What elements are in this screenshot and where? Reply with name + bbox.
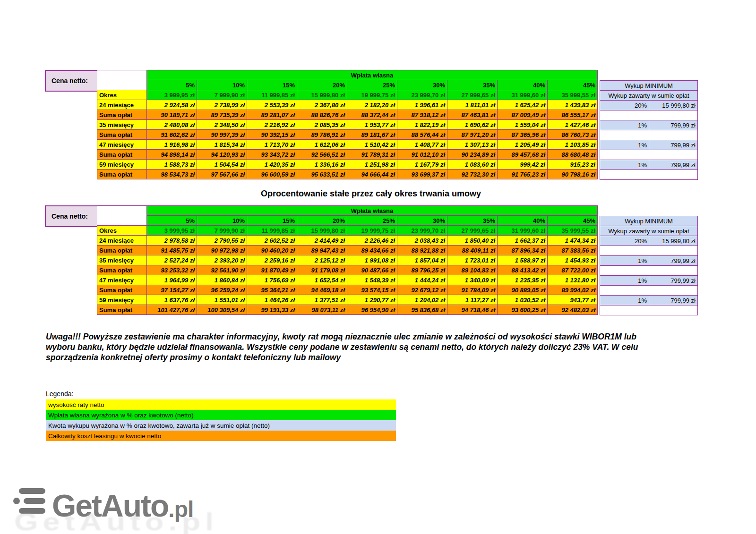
suma-oplat-cell: 96 259,24 zł (197, 285, 247, 295)
wplata-amount-cell: 35 999,55 zł (548, 90, 598, 100)
rata-cell: 1 444,24 zł (397, 275, 447, 285)
leasing-table-fixed-rate: Wpłata własna5%10%15%20%25%30%35%40%45%O… (97, 205, 598, 315)
rata-cell: 2 738,99 zł (197, 100, 247, 110)
okres-months-row-label: 47 miesięcy (97, 140, 147, 150)
suma-oplat-cell: 89 947,43 zł (297, 246, 347, 255)
percent-header-cell: 30% (397, 80, 447, 90)
wykup-empty-cell (649, 110, 698, 120)
wplata-amount-cell: 11 999,85 zł (247, 90, 297, 100)
wplata-amount-cell: 3 999,95 zł (147, 90, 197, 100)
wykup-subtitle: Wykup zawarty w sumie opłat (600, 91, 698, 101)
wykup-percent-cell: 1% (600, 296, 649, 305)
wykup-empty-cell (600, 170, 649, 180)
percent-header-cell: 25% (347, 80, 397, 90)
suma-oplat-cell: 86 555,17 zł (548, 110, 598, 120)
suma-oplat-cell: 91 789,31 zł (347, 150, 397, 160)
rata-cell: 2 226,46 zł (347, 236, 397, 246)
wplata-amount-cell: 23 999,70 zł (397, 90, 447, 100)
wykup-empty-cell (649, 150, 698, 160)
okres-row-label: Okres (97, 226, 147, 236)
rata-cell: 1 548,39 zł (347, 275, 397, 285)
rata-cell: 1 588,97 zł (498, 255, 548, 265)
rata-cell: 2 182,20 zł (347, 100, 397, 110)
wykup-empty-cell (600, 266, 649, 276)
rata-cell: 999,42 zł (498, 160, 548, 170)
watermark: GetAuto.pl (14, 508, 475, 534)
wplata-amount-cell: 35 999,55 zł (548, 226, 598, 236)
suma-oplat-cell: 96 954,90 zł (347, 305, 397, 315)
percent-header-cell: 20% (297, 80, 347, 90)
suma-oplat-cell: 94 718,46 zł (447, 305, 498, 315)
percent-header-cell: 35% (447, 216, 498, 226)
percent-header-cell: 25% (347, 216, 397, 226)
wplata-amount-cell: 11 999,85 zł (247, 226, 297, 236)
suma-oplat-cell: 95 836,68 zł (397, 305, 447, 315)
wykup-empty-cell (600, 150, 649, 160)
wplata-amount-cell: 19 999,75 zł (347, 226, 397, 236)
leasing-table-wibor: Wpłata własna5%10%15%20%25%30%35%40%45%O… (97, 70, 598, 179)
rata-cell: 1 857,04 zł (397, 255, 447, 265)
suma-oplat-cell: 90 997,39 zł (197, 130, 247, 140)
rata-cell: 1 117,27 zł (447, 295, 498, 305)
percent-header-cell: 15% (247, 80, 297, 90)
wykup-percent-cell: 1% (600, 160, 649, 170)
wplata-wlasna-header: Wpłata własna (147, 206, 598, 216)
suma-oplat-cell: 91 784,09 zł (447, 285, 498, 295)
note-line: sporządzenia konkretnej oferty prosimy o… (46, 352, 707, 363)
suma-oplat-cell: 94 666,44 zł (347, 170, 397, 179)
rata-cell: 1 996,61 zł (397, 100, 447, 110)
rata-cell: 1 991,08 zł (347, 255, 397, 265)
suma-oplat-cell: 87 971,20 zł (447, 130, 498, 140)
legend-item: Kwota wykupu wyrażona w % oraz kwotowo, … (46, 420, 396, 431)
rata-cell: 1 474,34 zł (548, 236, 598, 246)
percent-header-cell: 10% (197, 216, 247, 226)
suma-oplat-cell: 92 679,12 zł (397, 285, 447, 295)
rata-cell: 1 420,35 zł (247, 160, 297, 170)
wykup-empty-cell (649, 130, 698, 140)
wykup-amount-cell: 799,99 zł (649, 276, 698, 286)
percent-header-cell: 15% (247, 216, 297, 226)
rata-cell: 1 408,77 zł (397, 140, 447, 150)
wplata-amount-cell: 19 999,75 zł (347, 90, 397, 100)
rata-cell: 1 713,70 zł (247, 140, 297, 150)
rata-cell: 2 085,35 zł (297, 120, 347, 130)
suma-oplat-cell: 88 826,76 zł (297, 110, 347, 120)
wykup-percent-cell: 1% (600, 120, 649, 130)
suma-oplat-cell: 91 602,62 zł (147, 130, 197, 140)
rata-cell: 2 414,49 zł (297, 236, 347, 246)
rata-cell: 2 259,16 zł (247, 255, 297, 265)
wykup-minimum-header: Wykup MINIMUM (600, 216, 698, 226)
wykup-minimum-table: Wykup MINIMUMWykup zawarty w sumie opłat… (600, 80, 698, 180)
percent-header-cell: 10% (197, 80, 247, 90)
suma-oplat-cell: 90 460,20 zł (247, 246, 297, 255)
suma-oplat-row-label: Suma opłat (97, 110, 147, 120)
rata-cell: 1 251,98 zł (347, 160, 397, 170)
wykup-amount-cell: 799,99 zł (649, 296, 698, 305)
suma-oplat-cell: 87 896,34 zł (498, 246, 548, 255)
wplata-amount-cell: 3 999,95 zł (147, 226, 197, 236)
rata-cell: 1 723,01 zł (447, 255, 498, 265)
wykup-empty-cell (600, 305, 649, 315)
suma-oplat-cell: 90 798,16 zł (548, 170, 598, 179)
cena-netto-label: Cena netto: (52, 212, 88, 220)
suma-oplat-cell: 91 765,23 zł (498, 170, 548, 179)
rata-cell: 1 822,19 zł (397, 120, 447, 130)
suma-oplat-cell: 87 463,81 zł (447, 110, 498, 120)
suma-oplat-cell: 89 735,39 zł (197, 110, 247, 120)
percent-header-cell: 40% (498, 216, 548, 226)
wplata-amount-cell: 7 999,90 zł (197, 226, 247, 236)
suma-oplat-cell: 91 485,75 zł (147, 246, 197, 255)
suma-oplat-cell: 94 469,18 zł (297, 285, 347, 295)
okres-months-row-label: 24 miesiące (97, 100, 147, 110)
wykup-empty-cell (649, 305, 698, 315)
suma-oplat-cell: 87 383,56 zł (548, 246, 598, 255)
okres-row-label: Okres (97, 90, 147, 100)
suma-oplat-cell: 87 009,49 zł (498, 110, 548, 120)
suma-oplat-cell: 90 234,89 zł (447, 150, 498, 160)
rata-cell: 1 439,83 zł (548, 100, 598, 110)
note-line: Uwaga!!! Powyższe zestawienie ma charakt… (46, 331, 707, 342)
suma-oplat-cell: 87 722,00 zł (548, 265, 598, 275)
rata-cell: 1 131,80 zł (548, 275, 598, 285)
rata-cell: 1 916,98 zł (147, 140, 197, 150)
rata-cell: 1 815,34 zł (197, 140, 247, 150)
